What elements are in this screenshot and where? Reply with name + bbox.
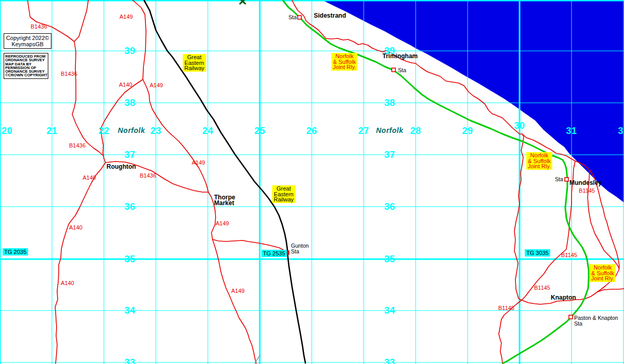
road-label-a149-12: A149 <box>231 288 245 294</box>
road-label-a149-9: A149 <box>150 82 163 88</box>
grid-northing-label-39-0: 39 <box>124 46 135 57</box>
railway-label-0: Great Eastern Railway <box>183 54 206 72</box>
sta-label-1: Sta <box>398 67 406 73</box>
road-label-a140-4: A140 <box>119 82 132 88</box>
road-label-b1436-1: B1436 <box>61 71 77 77</box>
grid-easting-label-26: 26 <box>306 126 317 137</box>
sta-label-2: Sta <box>555 176 563 182</box>
grid-easting-label-20: 20 <box>2 126 12 137</box>
road-label-a140-5: A140 <box>83 174 96 181</box>
grid-northing-label-37-0: 37 <box>124 150 135 160</box>
copyright-line2: KeymapsGB <box>5 41 50 47</box>
railway-label-3: Norfolk & Suffolk Joint Rly. <box>526 152 552 170</box>
road-label-a140-7: A140 <box>61 280 74 286</box>
grid-northing-label-38-0: 38 <box>124 98 135 109</box>
grid-northing-label-35-1: 35 <box>384 254 395 265</box>
road-label-a149-11: A149 <box>216 220 229 226</box>
gridref-label-TG2535: TG 2535 <box>261 250 287 257</box>
gridref-label-TG3035: TG 3035 <box>525 249 550 257</box>
place-label-thorpe: Thorpe Market <box>214 195 235 206</box>
road-label-b1436-3: B1436 <box>140 172 156 179</box>
station-name-gunton: Gunton Sta <box>291 243 309 254</box>
place-label-trimingham: Trimingham <box>382 53 418 59</box>
place-label-roughton: Roughton <box>107 164 136 170</box>
station-name-pastonknapton: Paston & Knapton Sta <box>574 315 618 327</box>
grid-northing-label-35-0: 35 <box>124 254 135 265</box>
railway-label-1: Great Eastern Railway <box>272 185 296 203</box>
grid-easting-label-25: 25 <box>254 126 265 137</box>
copyright-box: Copyright 2022© KeymapsGB <box>4 33 51 49</box>
road-label-a149-8: A149 <box>120 14 133 20</box>
grid-easting-label-22: 22 <box>98 126 109 137</box>
grid-northing-label-36-1: 36 <box>384 201 395 212</box>
railway-label-4: Norfolk & Suffolk Joint Rly. <box>590 264 616 282</box>
map-canvas: Copyright 2022© KeymapsGB REPRODUCED FRO… <box>0 0 624 364</box>
place-label-sidestrand: Sidestrand <box>314 13 346 19</box>
grid-northing-label-34-0: 34 <box>124 305 135 316</box>
road-label-b1145-14: B1145 <box>561 252 577 258</box>
copyright-line1: Copyright 2022© <box>5 35 50 41</box>
grid-easting-label-32: 32 <box>618 126 624 137</box>
grid-northing-label-36-0: 36 <box>124 201 135 212</box>
road-label-b1436-2: B1436 <box>69 142 86 149</box>
grid-northing-label-37-1: 37 <box>384 150 395 160</box>
grid-easting-label-29: 29 <box>462 126 473 137</box>
county-label-0: Norfolk <box>118 126 145 134</box>
railway-label-2: Norfolk & Suffolk Joint Rly. <box>331 53 357 71</box>
grid-easting-label-27: 27 <box>358 126 369 137</box>
grid-northing-label-38-1: 38 <box>384 98 395 109</box>
os-copyright-box: REPRODUCED FROM ORDNANCE SURVEY MAP DATA… <box>4 53 48 79</box>
road-label-a140-6: A140 <box>69 224 83 231</box>
road-label-b1145-15: B1145 <box>534 285 550 291</box>
gridref-label-TG2035: TG 2035 <box>3 248 28 255</box>
grid-easting-label-21: 21 <box>46 126 57 137</box>
place-label-mundesley: Mundesley <box>569 180 602 186</box>
grid-northing-label-33-0: 33 <box>124 357 135 364</box>
grid-northing-label-34-1: 34 <box>384 305 395 316</box>
road-label-b1436-0: B1436 <box>31 23 47 30</box>
grid-northing-label-33-1: 33 <box>384 357 395 364</box>
county-label-1: Norfolk <box>376 126 404 134</box>
road-label-b1145-16: B1145 <box>498 305 514 311</box>
road-label-b1145-13: B1145 <box>579 187 595 194</box>
grid-easting-label-31: 31 <box>566 126 577 137</box>
map-labels: Copyright 2022© KeymapsGB REPRODUCED FRO… <box>0 0 624 364</box>
grid-easting-label-23: 23 <box>150 126 161 137</box>
road-label-a149-10: A149 <box>192 159 205 166</box>
grid-easting-label-30: 30 <box>514 120 525 131</box>
place-label-knapton: Knapton <box>551 295 576 301</box>
grid-easting-label-24: 24 <box>202 126 213 137</box>
sta-label-0: Sta <box>288 14 297 20</box>
grid-easting-label-28: 28 <box>410 126 421 137</box>
